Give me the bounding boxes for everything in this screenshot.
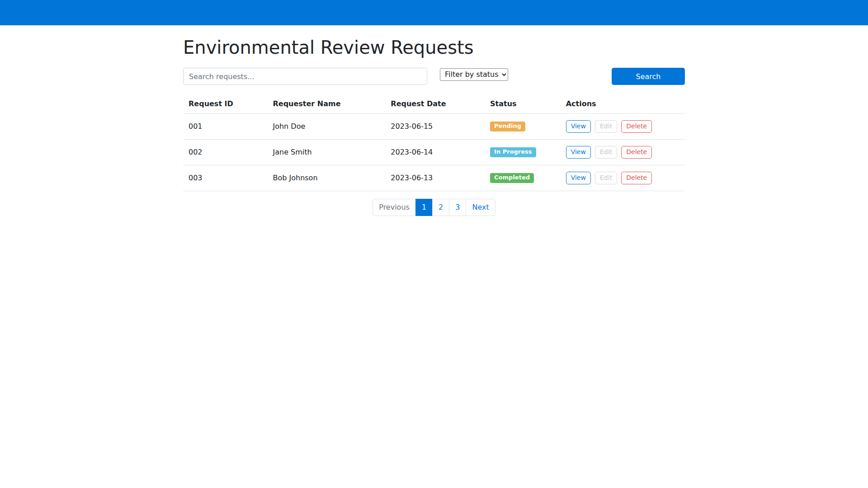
page: Environmental Review Requests Filter by …	[0, 0, 868, 488]
table-row: 001 John Doe 2023-06-15 Pending View Edi…	[183, 114, 685, 140]
view-button[interactable]: View	[566, 146, 591, 159]
column-header-requester-name: Requester Name	[267, 95, 385, 114]
request-date-cell: 2023-06-15	[385, 114, 485, 140]
edit-button[interactable]: Edit	[595, 172, 617, 184]
request-id-cell: 003	[183, 165, 267, 191]
main-container: Environmental Review Requests Filter by …	[176, 37, 692, 216]
status-cell: Pending	[485, 114, 561, 140]
actions-cell: View Edit Delete	[561, 165, 685, 191]
page-title: Environmental Review Requests	[183, 37, 685, 58]
pagination-next[interactable]: Next	[466, 199, 495, 216]
requester-name-cell: Jane Smith	[267, 139, 385, 165]
status-badge: Completed	[490, 173, 534, 183]
status-cell: In Progress	[485, 139, 561, 165]
delete-button[interactable]: Delete	[621, 120, 652, 133]
status-filter-select[interactable]: Filter by status	[440, 68, 508, 81]
request-date-cell: 2023-06-14	[385, 139, 485, 165]
actions-cell: View Edit Delete	[561, 114, 685, 140]
pagination-page-1[interactable]: 1	[415, 199, 433, 216]
status-cell: Completed	[485, 165, 561, 191]
pagination-page-2[interactable]: 2	[432, 199, 449, 216]
table-header-row: Request ID Requester Name Request Date S…	[183, 95, 685, 114]
column-header-actions: Actions	[561, 95, 685, 114]
edit-button[interactable]: Edit	[595, 120, 617, 133]
requests-table: Request ID Requester Name Request Date S…	[183, 95, 685, 191]
column-header-status: Status	[485, 95, 561, 114]
request-date-cell: 2023-06-13	[385, 165, 485, 191]
request-id-cell: 001	[183, 114, 267, 140]
actions-cell: View Edit Delete	[561, 139, 685, 165]
requester-name-cell: Bob Johnson	[267, 165, 385, 191]
delete-button[interactable]: Delete	[621, 172, 652, 184]
table-row: 003 Bob Johnson 2023-06-13 Completed Vie…	[183, 165, 685, 191]
requester-name-cell: John Doe	[267, 114, 385, 140]
status-badge: In Progress	[490, 147, 536, 157]
view-button[interactable]: View	[566, 120, 591, 133]
pagination-previous[interactable]: Previous	[373, 199, 416, 216]
table-row: 002 Jane Smith 2023-06-14 In Progress Vi…	[183, 139, 685, 165]
search-input[interactable]	[183, 68, 427, 85]
search-button[interactable]: Search	[612, 68, 685, 85]
pagination: Previous 1 2 3 Next	[183, 199, 685, 216]
request-id-cell: 002	[183, 139, 267, 165]
top-navbar	[0, 0, 868, 25]
status-badge: Pending	[490, 122, 525, 131]
column-header-request-date: Request Date	[385, 95, 485, 114]
pagination-page-3[interactable]: 3	[449, 199, 466, 216]
toolbar: Filter by status Search	[183, 68, 685, 85]
column-header-request-id: Request ID	[183, 95, 267, 114]
edit-button[interactable]: Edit	[595, 146, 617, 159]
delete-button[interactable]: Delete	[621, 146, 652, 159]
view-button[interactable]: View	[566, 172, 591, 184]
